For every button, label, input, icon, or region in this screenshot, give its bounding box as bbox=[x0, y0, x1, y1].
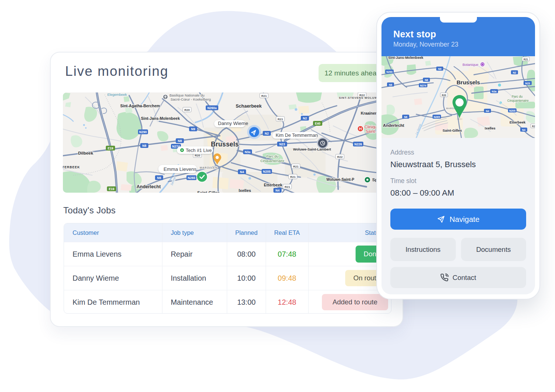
svg-text:N2: N2 bbox=[303, 116, 307, 120]
svg-text:Cinquantenaire: Cinquantenaire bbox=[507, 99, 529, 102]
svg-text:N3a: N3a bbox=[245, 150, 250, 154]
svg-text:R21: R21 bbox=[261, 94, 267, 98]
svg-text:N4: N4 bbox=[486, 110, 489, 112]
svg-text:R20: R20 bbox=[184, 108, 190, 112]
svg-text:Kraainem: Kraainem bbox=[361, 111, 379, 115]
svg-text:Ixelles: Ixelles bbox=[485, 126, 495, 130]
svg-text:N8: N8 bbox=[142, 144, 147, 148]
svg-text:R21: R21 bbox=[278, 118, 283, 121]
svg-text:Saint-Gilles: Saint-Gilles bbox=[443, 128, 462, 132]
svg-text:Woluwe-Saint-P: Woluwe-Saint-P bbox=[326, 178, 354, 182]
svg-text:E19: E19 bbox=[109, 187, 114, 191]
svg-text:N6: N6 bbox=[157, 176, 161, 180]
svg-text:Ixelles: Ixelles bbox=[239, 188, 251, 193]
svg-text:Basilique Nationale du: Basilique Nationale du bbox=[169, 93, 205, 97]
svg-text:N2: N2 bbox=[265, 132, 269, 135]
svg-text:N265: N265 bbox=[434, 116, 440, 118]
svg-text:N9: N9 bbox=[191, 127, 195, 131]
svg-text:N265: N265 bbox=[188, 176, 195, 180]
svg-text:Parc du: Parc du bbox=[266, 154, 279, 158]
svg-text:N9: N9 bbox=[438, 68, 441, 70]
svg-text:N23: N23 bbox=[525, 82, 530, 85]
svg-text:R21: R21 bbox=[290, 175, 296, 179]
svg-text:N8: N8 bbox=[425, 79, 428, 81]
svg-text:N4: N4 bbox=[276, 189, 280, 192]
svg-text:N290: N290 bbox=[386, 71, 393, 73]
svg-text:Brussels: Brussels bbox=[211, 141, 239, 148]
svg-text:Emma Lievens: Emma Lievens bbox=[164, 166, 197, 172]
svg-text:Etterbeek: Etterbeek bbox=[509, 120, 526, 124]
svg-text:N274: N274 bbox=[420, 84, 426, 87]
svg-text:N4: N4 bbox=[240, 170, 244, 174]
svg-text:Dilbeek: Dilbeek bbox=[78, 151, 94, 155]
svg-text:Saint-Gilles: Saint-Gilles bbox=[197, 190, 220, 193]
svg-text:E40: E40 bbox=[315, 122, 320, 125]
svg-text:TERBEEK: TERBEEK bbox=[63, 165, 80, 169]
svg-text:Kim De Temmerman: Kim De Temmerman bbox=[276, 133, 318, 138]
svg-text:N260a: N260a bbox=[207, 106, 216, 110]
svg-text:Brussels: Brussels bbox=[457, 79, 480, 85]
svg-text:Schaerbeek: Schaerbeek bbox=[236, 104, 262, 109]
svg-text:N205: N205 bbox=[509, 109, 515, 112]
svg-text:N226: N226 bbox=[354, 142, 362, 146]
svg-text:Elegembeek: Elegembeek bbox=[107, 92, 127, 97]
svg-text:N205: N205 bbox=[263, 170, 271, 173]
svg-text:Sint-Agatha-Berchem: Sint-Agatha-Berchem bbox=[120, 104, 160, 108]
svg-text:Anderlecht: Anderlecht bbox=[137, 184, 161, 189]
svg-text:R21: R21 bbox=[293, 165, 299, 168]
svg-text:N4: N4 bbox=[522, 129, 525, 131]
svg-text:R21: R21 bbox=[524, 58, 528, 61]
svg-text:N23: N23 bbox=[279, 142, 285, 146]
svg-text:N8: N8 bbox=[389, 84, 392, 86]
svg-text:R20: R20 bbox=[442, 94, 446, 97]
svg-text:SINT-STEVENS WOLUWE: SINT-STEVENS WOLUWE bbox=[339, 96, 380, 99]
svg-text:N6: N6 bbox=[404, 116, 407, 118]
svg-text:E19: E19 bbox=[108, 146, 113, 150]
svg-text:Danny Wieme: Danny Wieme bbox=[218, 121, 248, 126]
svg-text:Cinquantenaire: Cinquantenaire bbox=[260, 159, 284, 163]
svg-text:N2: N2 bbox=[513, 71, 516, 74]
svg-text:MAROLLEN: MAROLLEN bbox=[200, 166, 218, 169]
svg-text:Etterbeek: Etterbeek bbox=[264, 183, 283, 187]
svg-text:R2: R2 bbox=[532, 125, 535, 128]
svg-text:Parc du: Parc du bbox=[512, 95, 523, 98]
svg-text:Sint-Jans-Molenbeek: Sint-Jans-Molenbeek bbox=[141, 116, 180, 121]
svg-text:R22: R22 bbox=[337, 155, 343, 159]
svg-text:Tech #1 Live: Tech #1 Live bbox=[186, 148, 212, 153]
svg-text:Cliniqu: Cliniqu bbox=[364, 125, 377, 129]
svg-text:N290: N290 bbox=[139, 130, 147, 134]
svg-text:R20: R20 bbox=[195, 154, 200, 157]
svg-text:Sacré-Cœur - Koekelberg: Sacré-Cœur - Koekelberg bbox=[171, 97, 211, 101]
svg-text:Anderlecht: Anderlecht bbox=[383, 123, 404, 128]
svg-text:R21: R21 bbox=[285, 185, 290, 189]
svg-text:N8: N8 bbox=[178, 139, 182, 143]
svg-text:Sint-Jans-Molenbeek: Sint-Jans-Molenbeek bbox=[388, 56, 424, 60]
svg-text:N3a: N3a bbox=[492, 90, 497, 93]
svg-text:Botanique: Botanique bbox=[462, 62, 478, 67]
